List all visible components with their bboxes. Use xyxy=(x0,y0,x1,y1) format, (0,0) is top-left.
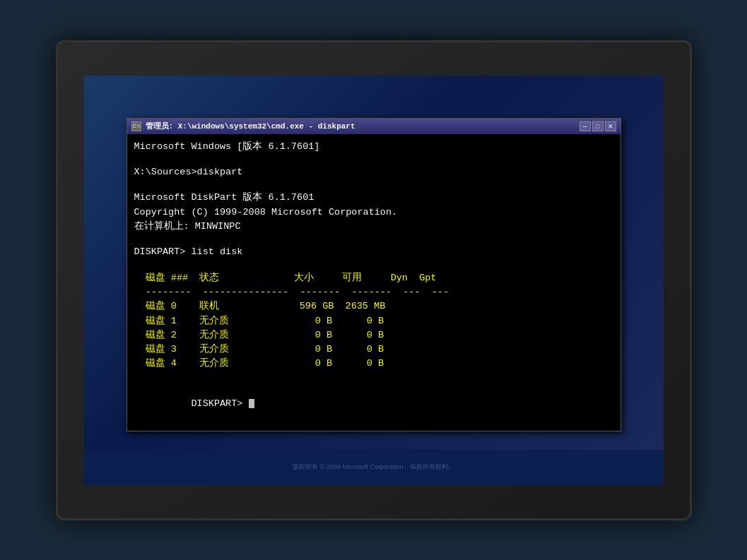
cmd-icon: C:\ xyxy=(131,121,141,131)
monitor: C:\ 管理员: X:\windows\system32\cmd.exe - d… xyxy=(56,40,692,520)
minimize-button[interactable]: ─ xyxy=(580,121,591,131)
cmd-table-header: 磁盘 ### 状态 大小 可用 Dyn Gpt xyxy=(134,271,613,285)
cmd-titlebar: C:\ 管理员: X:\windows\system32\cmd.exe - d… xyxy=(127,119,620,134)
taskbar: 版权所有 © 2009 Microsoft Corporation。保留所有权利… xyxy=(84,450,664,485)
cmd-blank5 xyxy=(134,371,613,383)
cmd-disk3: 磁盘 3 无介质 0 B 0 B xyxy=(134,342,613,357)
cmd-blank3 xyxy=(134,234,613,245)
cmd-output-line9: DISKPART> list disk xyxy=(134,245,613,259)
window-controls: ─ □ ✕ xyxy=(580,121,616,131)
cmd-output-line7: 在计算机上: MINWINPC xyxy=(134,220,613,234)
cmd-title: 管理员: X:\windows\system32\cmd.exe - diskp… xyxy=(144,121,577,131)
close-button[interactable]: ✕ xyxy=(605,121,616,131)
taskbar-copyright: 版权所有 © 2009 Microsoft Corporation。保留所有权利… xyxy=(293,463,454,472)
screen: C:\ 管理员: X:\windows\system32\cmd.exe - d… xyxy=(84,76,664,485)
cmd-prompt-text: DISKPART> xyxy=(192,398,249,409)
cmd-blank1 xyxy=(134,154,613,165)
cmd-blank2 xyxy=(134,179,613,191)
cmd-disk2: 磁盘 2 无介质 0 B 0 B xyxy=(134,328,613,342)
maximize-button[interactable]: □ xyxy=(592,121,604,131)
cmd-disk1: 磁盘 1 无介质 0 B 0 B xyxy=(134,314,613,328)
cmd-prompt-line: DISKPART> xyxy=(134,383,613,426)
cmd-window: C:\ 管理员: X:\windows\system32\cmd.exe - d… xyxy=(127,118,621,432)
cmd-table-divider: -------- --------------- ------- -------… xyxy=(134,285,613,299)
cmd-output-line6: Copyright (C) 1999-2008 Microsoft Corpor… xyxy=(134,205,613,220)
cmd-output-line1: Microsoft Windows [版本 6.1.7601] xyxy=(134,140,613,154)
cmd-disk0: 磁盘 0 联机 596 GB 2635 MB xyxy=(134,299,613,314)
cmd-output-line3: X:\Sources>diskpart xyxy=(134,165,613,179)
cmd-output-line5: Microsoft DiskPart 版本 6.1.7601 xyxy=(134,191,613,205)
cmd-blank4 xyxy=(134,260,613,271)
cmd-content: Microsoft Windows [版本 6.1.7601] X:\Sourc… xyxy=(127,134,620,431)
cmd-disk4: 磁盘 4 无介质 0 B 0 B xyxy=(134,357,613,371)
cmd-cursor xyxy=(249,399,254,408)
